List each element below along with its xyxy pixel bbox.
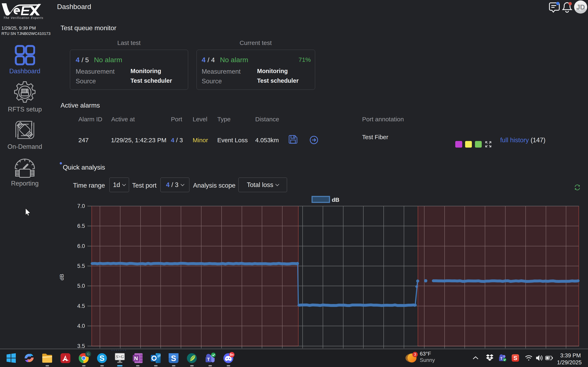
svg-text:T: T	[207, 357, 210, 362]
svg-text:3.5: 3.5	[77, 343, 85, 349]
svg-text:3: 3	[414, 352, 416, 357]
svg-text:5.5: 5.5	[77, 263, 85, 269]
svg-text:5.0: 5.0	[77, 283, 85, 289]
svg-text:6.0: 6.0	[77, 243, 85, 249]
svg-text:7.0: 7.0	[77, 203, 85, 209]
svg-text:Sunny: Sunny	[420, 357, 435, 363]
svg-text:63°F: 63°F	[420, 350, 431, 357]
svg-text:JD: JD	[576, 3, 585, 11]
svg-text:1/29/2025: 1/29/2025	[557, 359, 582, 366]
svg-text:S: S	[171, 354, 176, 363]
svg-text:9+: 9+	[230, 353, 234, 357]
svg-text:T: T	[500, 357, 502, 361]
svg-text:N: N	[134, 355, 138, 361]
svg-text:dB: dB	[332, 197, 339, 203]
svg-text:G: G	[87, 352, 90, 356]
svg-text:4.0: 4.0	[77, 323, 85, 329]
svg-text:S: S	[514, 355, 517, 361]
svg-text:S: S	[99, 354, 105, 362]
svg-text:dB: dB	[59, 274, 65, 280]
svg-text:6.5: 6.5	[77, 223, 85, 229]
svg-text:3:39 PM: 3:39 PM	[560, 352, 581, 359]
svg-text:S>G: S>G	[116, 354, 124, 359]
svg-text:The Verification Experts: The Verification Experts	[3, 16, 43, 19]
svg-text:4.5: 4.5	[77, 303, 85, 309]
